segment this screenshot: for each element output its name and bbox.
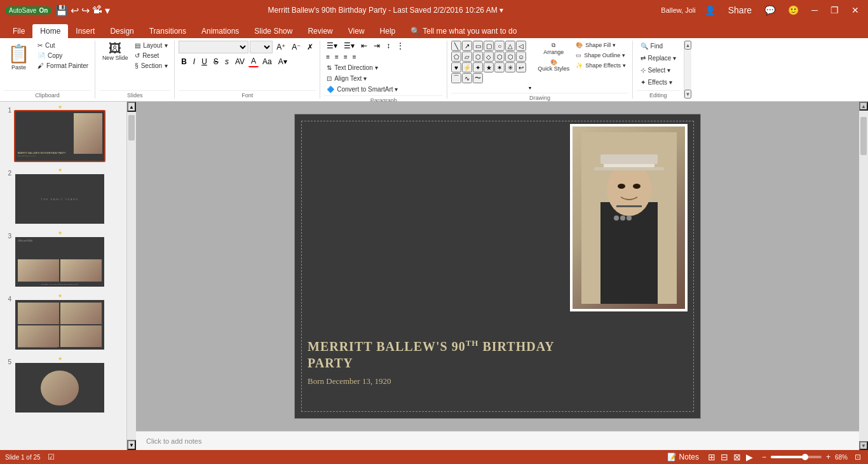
layout-button[interactable]: ▤ Layout▾ xyxy=(132,41,170,50)
slide-scroll-up[interactable]: ▲ xyxy=(127,102,136,112)
clear-formatting-button[interactable]: ✗ xyxy=(304,42,316,52)
replace-button[interactable]: ⇄ Replace ▾ xyxy=(637,53,680,64)
close-button[interactable]: ✕ xyxy=(848,4,863,17)
font-size-select[interactable] xyxy=(250,41,273,53)
shape-heart[interactable]: ♥ xyxy=(451,62,461,72)
shape-rect[interactable]: ▭ xyxy=(473,41,483,51)
font-increase-button[interactable]: A⁺ xyxy=(274,42,288,52)
minimize-button[interactable]: ─ xyxy=(808,4,822,17)
decrease-indent-button[interactable]: ⇤ xyxy=(358,41,370,51)
shape-freeform[interactable]: ∿ xyxy=(462,73,472,83)
shape-star5[interactable]: ★ xyxy=(484,62,494,72)
notes-bar[interactable]: Click to add notes xyxy=(136,431,859,450)
tab-design[interactable]: Design xyxy=(102,24,141,38)
shape-fill-button[interactable]: 🎨 Shape Fill ▾ xyxy=(573,41,628,50)
comments-button[interactable]: 💬 xyxy=(761,4,779,17)
slide-canvas[interactable]: MERRITT BALLEW'S 90TH BIRTHDAY PARTY Bor… xyxy=(136,102,859,431)
select-button[interactable]: ⊹ Select ▾ xyxy=(637,65,675,76)
shape-outline-button[interactable]: ▭ Shape Outline ▾ xyxy=(573,51,628,60)
slide-1-thumb[interactable]: MERRITT BALLEW'S 90TH BIRTHDAY PARTY Bor… xyxy=(14,110,105,162)
arrange-button[interactable]: ⧉ Arrange xyxy=(535,41,572,57)
tab-animations[interactable]: Animations xyxy=(194,24,247,38)
copy-button[interactable]: 📄 Copy xyxy=(35,51,91,60)
fit-slide-button[interactable]: ⊡ xyxy=(853,452,863,462)
zoom-in-button[interactable]: + xyxy=(824,452,832,462)
align-center-button[interactable]: ≡ xyxy=(333,52,341,62)
autosave-toggle[interactable]: AutoSave On xyxy=(5,6,51,15)
tab-review[interactable]: Review xyxy=(300,24,340,38)
shape-star8[interactable]: ✳ xyxy=(505,62,515,72)
shape-rounded-rect[interactable]: ▢ xyxy=(484,41,494,51)
shape-smiley[interactable]: ☺ xyxy=(516,51,526,62)
increase-indent-button[interactable]: ⇥ xyxy=(371,41,383,51)
slide-4-thumb[interactable]: Merritt playing with a black and white k… xyxy=(14,299,105,351)
slide-thumb-2[interactable]: 2 ★ THE EARLY YEARS xyxy=(3,167,124,225)
bold-button[interactable]: B xyxy=(179,57,189,67)
slide-scroll-thumb[interactable] xyxy=(128,115,135,140)
new-slide-button[interactable]: 🖼 New Slide xyxy=(99,41,131,62)
slideshow-button[interactable]: ▶ xyxy=(744,451,755,463)
reading-view-button[interactable]: ⊠ xyxy=(731,451,743,463)
numbering-button[interactable]: ☰▾ xyxy=(341,41,357,51)
font-decrease-button[interactable]: A⁻ xyxy=(289,42,303,52)
shapes-more-button[interactable]: ▾ xyxy=(526,85,534,92)
slide-3-thumb[interactable]: 1920s and 1930s Pig riding – 101. Virgil… xyxy=(14,236,105,288)
slide-scroll-down[interactable]: ▼ xyxy=(127,440,136,450)
shape-triangle[interactable]: △ xyxy=(505,41,515,51)
ribbon-collapse-button[interactable]: ▲ xyxy=(684,41,691,50)
underline-button[interactable]: U xyxy=(199,57,210,67)
normal-view-button[interactable]: ⊞ xyxy=(706,451,717,463)
italic-button[interactable]: I xyxy=(191,57,198,67)
effects-button[interactable]: ✦ Effects ▾ xyxy=(637,77,676,88)
notes-button[interactable]: 📝 Notes xyxy=(665,452,701,462)
slide-text-area[interactable]: MERRITT BALLEW'S 90TH BIRTHDAY PARTY Bor… xyxy=(308,338,564,386)
convert-smartart-button[interactable]: 🔷 Convert to SmartArt ▾ xyxy=(324,85,400,94)
shape-lightning[interactable]: ⚡ xyxy=(462,62,472,72)
char-spacing-button[interactable]: AV xyxy=(233,57,247,67)
shape-scribble[interactable]: 〜 xyxy=(473,73,483,83)
char-case-button[interactable]: Aa xyxy=(260,57,275,67)
justify-button[interactable]: ≡ xyxy=(351,52,358,62)
quick-styles-button[interactable]: 🎨 Quick Styles xyxy=(535,58,572,73)
zoom-out-button[interactable]: − xyxy=(760,452,768,462)
shape-effects-button[interactable]: ✨ Shape Effects ▾ xyxy=(573,61,628,70)
tab-transitions[interactable]: Transitions xyxy=(142,24,194,38)
align-right-button[interactable]: ≡ xyxy=(342,52,349,62)
customize-qa-button[interactable]: ▾ xyxy=(105,4,110,17)
share-button[interactable]: Share xyxy=(724,4,756,17)
shape-trap[interactable]: ⬡ xyxy=(473,51,483,62)
account-icon[interactable]: 👤 xyxy=(701,4,719,17)
shape-line[interactable]: ╲ xyxy=(451,41,461,51)
shape-star6[interactable]: ✶ xyxy=(494,62,505,72)
tab-insert[interactable]: Insert xyxy=(68,24,102,38)
line-spacing-button[interactable]: ↕ xyxy=(384,41,393,51)
right-scroll-thumb[interactable] xyxy=(860,117,867,155)
shape-arrow[interactable]: ↗ xyxy=(462,41,472,51)
shape-oct[interactable]: ⬡ xyxy=(505,51,515,62)
slide-thumb-1[interactable]: 1 ★ MERRITT BALLEW'S 90TH BIRTHDAY PARTY… xyxy=(3,104,124,162)
tab-slideshow[interactable]: Slide Show xyxy=(247,24,300,38)
zoom-slider[interactable] xyxy=(771,456,822,458)
right-scroll-up[interactable]: ▲ xyxy=(859,102,868,111)
emoji-button[interactable]: 🙂 xyxy=(784,4,803,17)
redo-button[interactable]: ↪ xyxy=(81,4,90,17)
columns-button[interactable]: ⋮ xyxy=(394,41,407,51)
align-left-button[interactable]: ≡ xyxy=(324,52,332,62)
align-text-button[interactable]: ⊡ Align Text ▾ xyxy=(324,74,369,83)
shape-circle[interactable]: ○ xyxy=(494,41,505,51)
shape-rtriangle[interactable]: ◁ xyxy=(516,41,526,51)
slides-list[interactable]: 1 ★ MERRITT BALLEW'S 90TH BIRTHDAY PARTY… xyxy=(0,102,126,450)
shape-diamond[interactable]: ◇ xyxy=(484,51,494,62)
slide-5-thumb[interactable] xyxy=(14,362,105,414)
tab-home[interactable]: Home xyxy=(32,24,68,38)
bullets-button[interactable]: ☰▾ xyxy=(324,41,340,51)
shape-hex[interactable]: ⬡ xyxy=(494,51,505,62)
zoom-thumb[interactable] xyxy=(802,454,808,460)
tab-tell-me[interactable]: 🔍 Tell me what you want to do xyxy=(403,24,524,38)
shape-arc[interactable]: ⌒ xyxy=(451,73,461,83)
save-button[interactable]: 💾 xyxy=(55,4,68,17)
font-family-select[interactable] xyxy=(179,41,248,53)
slide-thumb-3[interactable]: 3 ★ 1920s and 1930s Pig riding – 101. Vi… xyxy=(3,230,124,288)
slide-2-thumb[interactable]: THE EARLY YEARS xyxy=(14,173,105,225)
cut-button[interactable]: ✂ Cut xyxy=(35,41,91,50)
